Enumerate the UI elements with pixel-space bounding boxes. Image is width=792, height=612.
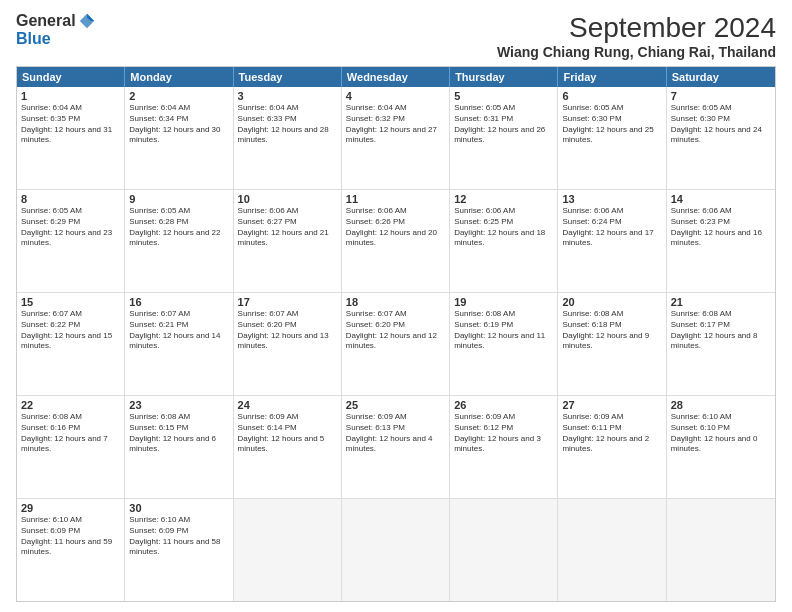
cell-info: Sunrise: 6:05 AM Sunset: 6:28 PM Dayligh… — [129, 206, 228, 249]
calendar-cell — [450, 499, 558, 601]
calendar-cell: 21Sunrise: 6:08 AM Sunset: 6:17 PM Dayli… — [667, 293, 775, 395]
cell-info: Sunrise: 6:06 AM Sunset: 6:24 PM Dayligh… — [562, 206, 661, 249]
cell-info: Sunrise: 6:06 AM Sunset: 6:26 PM Dayligh… — [346, 206, 445, 249]
day-number: 16 — [129, 296, 228, 308]
cell-info: Sunrise: 6:08 AM Sunset: 6:19 PM Dayligh… — [454, 309, 553, 352]
logo-blue-text: Blue — [16, 30, 51, 48]
cell-info: Sunrise: 6:04 AM Sunset: 6:32 PM Dayligh… — [346, 103, 445, 146]
day-number: 15 — [21, 296, 120, 308]
calendar-cell: 10Sunrise: 6:06 AM Sunset: 6:27 PM Dayli… — [234, 190, 342, 292]
cell-info: Sunrise: 6:09 AM Sunset: 6:13 PM Dayligh… — [346, 412, 445, 455]
cell-info: Sunrise: 6:07 AM Sunset: 6:22 PM Dayligh… — [21, 309, 120, 352]
day-number: 18 — [346, 296, 445, 308]
day-number: 23 — [129, 399, 228, 411]
day-number: 17 — [238, 296, 337, 308]
day-number: 2 — [129, 90, 228, 102]
calendar-cell: 9Sunrise: 6:05 AM Sunset: 6:28 PM Daylig… — [125, 190, 233, 292]
day-number: 20 — [562, 296, 661, 308]
calendar-cell: 27Sunrise: 6:09 AM Sunset: 6:11 PM Dayli… — [558, 396, 666, 498]
calendar-cell: 13Sunrise: 6:06 AM Sunset: 6:24 PM Dayli… — [558, 190, 666, 292]
day-number: 30 — [129, 502, 228, 514]
calendar-cell: 22Sunrise: 6:08 AM Sunset: 6:16 PM Dayli… — [17, 396, 125, 498]
header-cell-tuesday: Tuesday — [234, 67, 342, 87]
calendar-cell — [342, 499, 450, 601]
month-title: September 2024 — [497, 12, 776, 44]
calendar: SundayMondayTuesdayWednesdayThursdayFrid… — [16, 66, 776, 602]
calendar-row-3: 15Sunrise: 6:07 AM Sunset: 6:22 PM Dayli… — [17, 293, 775, 396]
calendar-cell: 28Sunrise: 6:10 AM Sunset: 6:10 PM Dayli… — [667, 396, 775, 498]
cell-info: Sunrise: 6:04 AM Sunset: 6:35 PM Dayligh… — [21, 103, 120, 146]
cell-info: Sunrise: 6:08 AM Sunset: 6:15 PM Dayligh… — [129, 412, 228, 455]
day-number: 1 — [21, 90, 120, 102]
calendar-cell: 16Sunrise: 6:07 AM Sunset: 6:21 PM Dayli… — [125, 293, 233, 395]
title-block: September 2024 Wiang Chiang Rung, Chiang… — [497, 12, 776, 60]
cell-info: Sunrise: 6:07 AM Sunset: 6:20 PM Dayligh… — [346, 309, 445, 352]
day-number: 9 — [129, 193, 228, 205]
day-number: 22 — [21, 399, 120, 411]
header-cell-friday: Friday — [558, 67, 666, 87]
calendar-cell: 11Sunrise: 6:06 AM Sunset: 6:26 PM Dayli… — [342, 190, 450, 292]
logo: General Blue — [16, 12, 96, 48]
calendar-cell: 19Sunrise: 6:08 AM Sunset: 6:19 PM Dayli… — [450, 293, 558, 395]
calendar-page: General Blue September 2024 Wiang Chiang… — [0, 0, 792, 612]
day-number: 21 — [671, 296, 771, 308]
calendar-cell: 23Sunrise: 6:08 AM Sunset: 6:15 PM Dayli… — [125, 396, 233, 498]
cell-info: Sunrise: 6:05 AM Sunset: 6:29 PM Dayligh… — [21, 206, 120, 249]
cell-info: Sunrise: 6:07 AM Sunset: 6:21 PM Dayligh… — [129, 309, 228, 352]
calendar-cell — [234, 499, 342, 601]
header-cell-thursday: Thursday — [450, 67, 558, 87]
cell-info: Sunrise: 6:04 AM Sunset: 6:33 PM Dayligh… — [238, 103, 337, 146]
location-title: Wiang Chiang Rung, Chiang Rai, Thailand — [497, 44, 776, 60]
day-number: 24 — [238, 399, 337, 411]
cell-info: Sunrise: 6:06 AM Sunset: 6:25 PM Dayligh… — [454, 206, 553, 249]
day-number: 8 — [21, 193, 120, 205]
cell-info: Sunrise: 6:09 AM Sunset: 6:14 PM Dayligh… — [238, 412, 337, 455]
day-number: 26 — [454, 399, 553, 411]
cell-info: Sunrise: 6:05 AM Sunset: 6:31 PM Dayligh… — [454, 103, 553, 146]
day-number: 19 — [454, 296, 553, 308]
day-number: 28 — [671, 399, 771, 411]
header-cell-saturday: Saturday — [667, 67, 775, 87]
cell-info: Sunrise: 6:08 AM Sunset: 6:16 PM Dayligh… — [21, 412, 120, 455]
calendar-cell: 6Sunrise: 6:05 AM Sunset: 6:30 PM Daylig… — [558, 87, 666, 189]
calendar-cell: 2Sunrise: 6:04 AM Sunset: 6:34 PM Daylig… — [125, 87, 233, 189]
day-number: 3 — [238, 90, 337, 102]
day-number: 12 — [454, 193, 553, 205]
cell-info: Sunrise: 6:10 AM Sunset: 6:09 PM Dayligh… — [129, 515, 228, 558]
cell-info: Sunrise: 6:08 AM Sunset: 6:17 PM Dayligh… — [671, 309, 771, 352]
calendar-row-5: 29Sunrise: 6:10 AM Sunset: 6:09 PM Dayli… — [17, 499, 775, 601]
calendar-cell: 1Sunrise: 6:04 AM Sunset: 6:35 PM Daylig… — [17, 87, 125, 189]
cell-info: Sunrise: 6:09 AM Sunset: 6:12 PM Dayligh… — [454, 412, 553, 455]
cell-info: Sunrise: 6:07 AM Sunset: 6:20 PM Dayligh… — [238, 309, 337, 352]
cell-info: Sunrise: 6:06 AM Sunset: 6:23 PM Dayligh… — [671, 206, 771, 249]
calendar-cell: 3Sunrise: 6:04 AM Sunset: 6:33 PM Daylig… — [234, 87, 342, 189]
calendar-cell: 8Sunrise: 6:05 AM Sunset: 6:29 PM Daylig… — [17, 190, 125, 292]
calendar-cell — [558, 499, 666, 601]
calendar-cell: 12Sunrise: 6:06 AM Sunset: 6:25 PM Dayli… — [450, 190, 558, 292]
day-number: 25 — [346, 399, 445, 411]
day-number: 11 — [346, 193, 445, 205]
calendar-header: SundayMondayTuesdayWednesdayThursdayFrid… — [17, 67, 775, 87]
day-number: 4 — [346, 90, 445, 102]
calendar-cell: 5Sunrise: 6:05 AM Sunset: 6:31 PM Daylig… — [450, 87, 558, 189]
logo-general-text: General — [16, 12, 76, 30]
calendar-cell: 29Sunrise: 6:10 AM Sunset: 6:09 PM Dayli… — [17, 499, 125, 601]
cell-info: Sunrise: 6:09 AM Sunset: 6:11 PM Dayligh… — [562, 412, 661, 455]
day-number: 29 — [21, 502, 120, 514]
day-number: 6 — [562, 90, 661, 102]
calendar-cell: 14Sunrise: 6:06 AM Sunset: 6:23 PM Dayli… — [667, 190, 775, 292]
day-number: 5 — [454, 90, 553, 102]
cell-info: Sunrise: 6:10 AM Sunset: 6:09 PM Dayligh… — [21, 515, 120, 558]
calendar-cell: 24Sunrise: 6:09 AM Sunset: 6:14 PM Dayli… — [234, 396, 342, 498]
calendar-cell: 25Sunrise: 6:09 AM Sunset: 6:13 PM Dayli… — [342, 396, 450, 498]
day-number: 10 — [238, 193, 337, 205]
logo-icon — [78, 12, 96, 30]
calendar-body: 1Sunrise: 6:04 AM Sunset: 6:35 PM Daylig… — [17, 87, 775, 601]
cell-info: Sunrise: 6:06 AM Sunset: 6:27 PM Dayligh… — [238, 206, 337, 249]
day-number: 7 — [671, 90, 771, 102]
cell-info: Sunrise: 6:08 AM Sunset: 6:18 PM Dayligh… — [562, 309, 661, 352]
cell-info: Sunrise: 6:04 AM Sunset: 6:34 PM Dayligh… — [129, 103, 228, 146]
header-cell-sunday: Sunday — [17, 67, 125, 87]
page-header: General Blue September 2024 Wiang Chiang… — [16, 12, 776, 60]
cell-info: Sunrise: 6:05 AM Sunset: 6:30 PM Dayligh… — [671, 103, 771, 146]
